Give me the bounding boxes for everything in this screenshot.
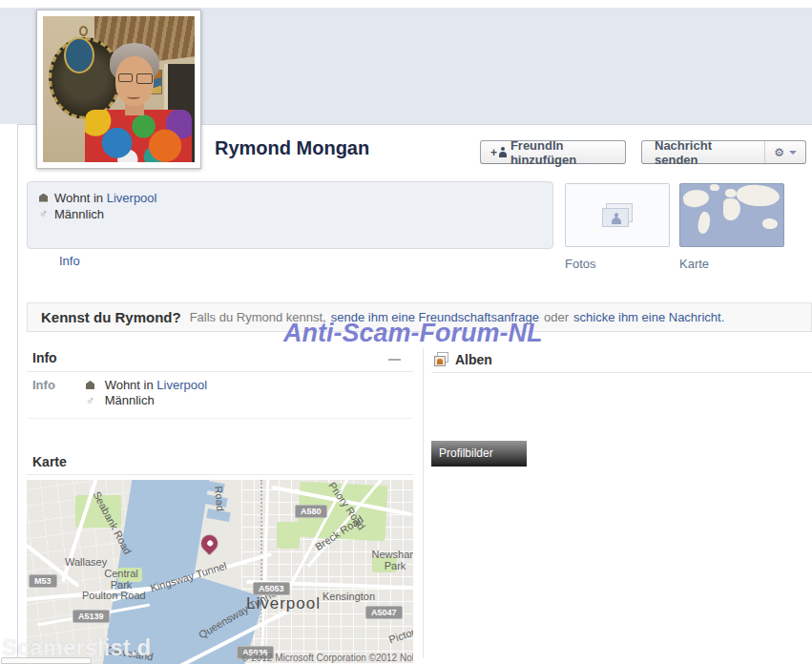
photo-smile xyxy=(127,94,140,99)
page-title: Rymond Mongan xyxy=(215,137,369,159)
anti-scam-watermark: Anti-Scam-Forum-NL xyxy=(283,319,543,348)
male-icon: ♂ xyxy=(86,395,94,406)
map-badge-a5053: A5053 xyxy=(253,582,290,595)
world-map-north-america xyxy=(682,188,710,209)
gear-icon: ⚙ xyxy=(774,147,784,158)
send-message-link[interactable]: schicke ihm eine Nachricht. xyxy=(573,310,724,324)
karte-header-rule xyxy=(27,474,413,475)
banner-conjunction: oder xyxy=(544,310,569,324)
world-map-europe xyxy=(725,189,737,197)
photo-stack-icon xyxy=(602,203,635,228)
gender-text: Männlich xyxy=(54,207,104,221)
info-row-label: Info xyxy=(32,378,55,392)
building-icon xyxy=(86,381,94,389)
map-badge-a5139: A5139 xyxy=(73,610,110,623)
map-label-central-park: Central Park xyxy=(99,568,143,591)
map-badge-a580: A580 xyxy=(295,505,327,518)
alben-header-rule xyxy=(431,372,812,373)
add-friend-button[interactable]: + FreundIn hinzufügen xyxy=(480,140,626,164)
male-icon: ♂ xyxy=(39,208,48,219)
city-link[interactable]: Liverpool xyxy=(107,191,157,205)
info-lives-row: Wohnt in Liverpool xyxy=(86,378,207,392)
map-badge-m53: M53 xyxy=(29,574,57,588)
send-message-label: Nachricht senden xyxy=(642,138,764,167)
world-map-greenland xyxy=(710,184,719,191)
profile-photo-image xyxy=(43,16,195,162)
album-profilbilder[interactable]: Profilbilder xyxy=(431,374,527,467)
banner-question: Kennst du Rymond? xyxy=(41,309,181,325)
map-label-kensington: Kensington xyxy=(323,591,375,602)
map-park xyxy=(277,522,300,549)
albums-icon xyxy=(434,352,450,367)
info-row-rule xyxy=(27,418,413,419)
gender-row: ♂ Männlich xyxy=(39,206,541,221)
fotos-tile-label[interactable]: Fotos xyxy=(565,257,596,271)
alben-section-header: Alben xyxy=(455,352,492,367)
send-message-button[interactable]: Nachricht senden ⚙ xyxy=(641,140,806,164)
photo-colorful-shirt xyxy=(85,110,192,162)
collapse-icon[interactable] xyxy=(388,359,401,361)
photo-glasses xyxy=(118,73,133,82)
facebook-profile-page: Rymond Mongan + FreundIn hinzufügen Nach… xyxy=(0,0,812,664)
fotos-tile[interactable] xyxy=(565,183,670,247)
lives-in-text: Wohnt in xyxy=(105,378,154,392)
add-person-icon xyxy=(499,147,506,157)
column-divider xyxy=(423,348,424,658)
photo-hat-loop xyxy=(79,26,88,36)
city-link[interactable]: Liverpool xyxy=(156,378,207,392)
world-map-asia xyxy=(736,184,780,207)
map-pin xyxy=(198,531,220,554)
scamerslist-watermark: Scamerslist.d xyxy=(2,634,151,661)
map-label-poulton: Poulton Road xyxy=(82,590,146,601)
gender-text: Männlich xyxy=(105,393,155,407)
info-section-header: Info xyxy=(32,350,57,365)
world-map-south-america xyxy=(697,211,713,235)
photo-sombrero-crown xyxy=(64,37,94,73)
info-header-rule xyxy=(27,371,413,372)
profile-options-dropdown[interactable]: ⚙ xyxy=(764,141,805,163)
add-friend-label: FreundIn hinzufügen xyxy=(510,138,615,167)
karte-tile[interactable] xyxy=(679,183,784,247)
chevron-down-icon xyxy=(789,151,797,155)
karte-section-header: Karte xyxy=(32,454,67,469)
lives-in-text: Wohnt in xyxy=(54,191,103,205)
album-title: Profilbilder xyxy=(431,441,527,467)
map-copyright: © 2012 Microsoft Corporation ©2012 Nokia xyxy=(241,653,413,663)
building-icon xyxy=(39,194,48,202)
tab-info[interactable]: Info xyxy=(59,254,80,268)
world-map-africa xyxy=(723,198,740,220)
world-map-australia xyxy=(762,218,778,229)
plus-icon: + xyxy=(490,146,497,159)
lives-in-row: Wohnt in Liverpool xyxy=(39,190,541,205)
map-badge-a5047: A5047 xyxy=(365,606,403,619)
karte-tile-label[interactable]: Karte xyxy=(679,257,709,271)
map-label-road: Road xyxy=(213,486,226,511)
info-gender-row: ♂ Männlich xyxy=(86,393,155,407)
map-label-wallasey: Wallasey xyxy=(65,556,107,568)
map-label-liverpool: Liverpool xyxy=(246,594,321,613)
map-label-newsham: Newsham Park xyxy=(366,549,413,571)
profile-photo[interactable] xyxy=(36,10,201,169)
profile-summary-box: Wohnt in Liverpool ♂ Männlich xyxy=(27,181,553,249)
